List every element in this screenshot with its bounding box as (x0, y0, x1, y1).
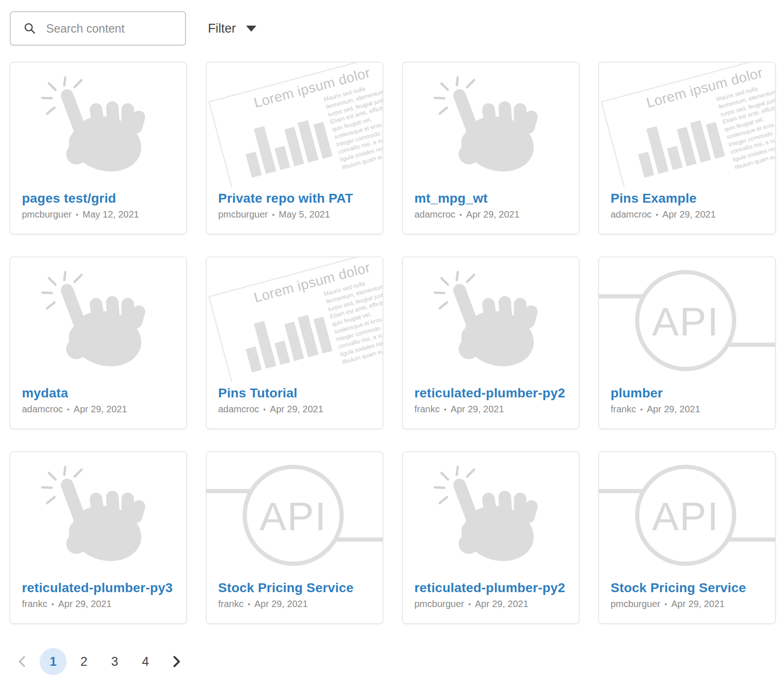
card-title-link[interactable]: Pins Tutorial (218, 386, 297, 401)
card-title-link[interactable]: Stock Pricing Service (611, 581, 746, 595)
card-thumbnail (10, 257, 186, 382)
card-meta: adamcroc • Apr 29, 2021 (611, 209, 763, 220)
card-author: adamcroc (218, 404, 259, 415)
search-input[interactable] (45, 21, 166, 36)
card-title-link[interactable]: Stock Pricing Service (218, 581, 354, 595)
content-card[interactable]: mydata adamcroc • Apr 29, 2021 (10, 257, 187, 429)
page-button-4[interactable]: 4 (132, 648, 159, 675)
svg-text:API: API (260, 494, 327, 539)
api-icon: API (206, 452, 383, 577)
card-thumbnail (403, 257, 579, 382)
card-title-link[interactable]: plumber (611, 386, 663, 401)
page-button-1[interactable]: 1 (40, 648, 67, 675)
card-date: Apr 29, 2021 (254, 599, 308, 609)
card-date: Apr 29, 2021 (475, 599, 529, 609)
card-thumbnail: Lorem ipsum dolor Mauris sed nulla ferme… (599, 62, 775, 187)
meta-separator: • (272, 211, 275, 218)
card-author: adamcroc (611, 209, 652, 220)
card-date: Apr 29, 2021 (466, 209, 520, 220)
card-author: frankc (218, 599, 243, 609)
meta-separator: • (67, 406, 69, 413)
meta-separator: • (51, 601, 54, 608)
card-date: Apr 29, 2021 (58, 599, 112, 609)
page-button-2[interactable]: 2 (70, 648, 97, 675)
content-card[interactable]: API plumber frankc • Apr 29, 2021 (598, 257, 776, 429)
content-card[interactable]: API Stock Pricing Service frankc • Apr 2… (206, 451, 383, 624)
card-title-link[interactable]: Private repo with PAT (218, 191, 353, 206)
card-date: Apr 29, 2021 (662, 209, 716, 220)
card-author: adamcroc (414, 209, 455, 220)
next-page-button[interactable] (163, 648, 190, 675)
card-thumbnail (403, 452, 579, 577)
content-grid: pages test/grid pmcburguer • May 12, 202… (10, 62, 774, 624)
card-title-link[interactable]: reticulated-plumber-py2 (414, 581, 565, 595)
search-icon (24, 22, 36, 34)
card-thumbnail: API (599, 257, 775, 382)
document-placeholder-icon: Lorem ipsum dolor Mauris sed nulla ferme… (208, 62, 383, 187)
doc-placeholder-barchart (234, 292, 333, 373)
content-card[interactable]: Lorem ipsum dolor Mauris sed nulla ferme… (206, 257, 383, 429)
doc-placeholder-barchart (234, 97, 333, 178)
card-meta: pmcburguer • Apr 29, 2021 (611, 599, 763, 609)
card-thumbnail: API (599, 452, 775, 577)
chevron-down-icon (246, 26, 256, 32)
card-meta: frankc • Apr 29, 2021 (22, 599, 175, 609)
card-meta: pmcburguer • Apr 29, 2021 (414, 599, 567, 609)
card-thumbnail: Lorem ipsum dolor Mauris sed nulla ferme… (206, 62, 383, 187)
card-author: frankc (414, 404, 440, 415)
card-meta: frankc • Apr 29, 2021 (414, 404, 567, 415)
meta-separator: • (665, 601, 667, 608)
previous-page-button[interactable] (9, 648, 36, 675)
api-icon: API (599, 257, 775, 382)
meta-separator: • (444, 406, 446, 413)
api-icon: API (599, 452, 775, 577)
content-card[interactable]: reticulated-plumber-py3 frankc • Apr 29,… (10, 451, 187, 624)
search-box[interactable] (10, 11, 186, 46)
svg-text:API: API (652, 494, 720, 539)
content-card[interactable]: Lorem ipsum dolor Mauris sed nulla ferme… (206, 62, 383, 234)
content-card[interactable]: API Stock Pricing Service pmcburguer • A… (598, 451, 776, 624)
content-card[interactable]: reticulated-plumber-py2 pmcburguer • Apr… (402, 451, 579, 624)
meta-separator: • (656, 211, 658, 218)
click-gesture-icon (433, 76, 549, 174)
meta-separator: • (640, 406, 642, 413)
card-thumbnail (10, 62, 186, 187)
filter-button[interactable]: Filter (208, 21, 256, 36)
card-title-link[interactable]: reticulated-plumber-py3 (22, 581, 173, 595)
card-date: May 12, 2021 (83, 209, 139, 220)
card-author: pmcburguer (414, 599, 464, 609)
doc-placeholder-barchart (626, 97, 725, 178)
svg-text:API: API (652, 299, 720, 344)
chevron-right-icon (171, 655, 181, 668)
card-title-link[interactable]: mydata (22, 386, 68, 401)
card-author: frankc (611, 404, 636, 415)
document-placeholder-icon: Lorem ipsum dolor Mauris sed nulla ferme… (601, 62, 775, 187)
card-title-link[interactable]: pages test/grid (22, 191, 116, 206)
card-meta: pmcburguer • May 12, 2021 (22, 209, 175, 220)
card-meta: frankc • Apr 29, 2021 (611, 404, 763, 415)
click-gesture-icon (40, 76, 157, 174)
card-date: Apr 29, 2021 (647, 404, 701, 415)
click-gesture-icon (40, 465, 157, 563)
click-gesture-icon (40, 271, 157, 369)
document-placeholder-icon: Lorem ipsum dolor Mauris sed nulla ferme… (208, 257, 383, 382)
card-title-link[interactable]: reticulated-plumber-py2 (414, 386, 565, 401)
card-date: Apr 29, 2021 (74, 404, 127, 415)
card-date: May 5, 2021 (279, 209, 330, 220)
card-title-link[interactable]: mt_mpg_wt (414, 191, 488, 206)
card-meta: pmcburguer • May 5, 2021 (218, 209, 371, 220)
card-thumbnail (403, 62, 579, 187)
meta-separator: • (248, 601, 250, 608)
page-button-3[interactable]: 3 (101, 648, 128, 675)
toolbar: Filter (10, 11, 784, 46)
card-date: Apr 29, 2021 (451, 404, 504, 415)
card-meta: adamcroc • Apr 29, 2021 (22, 404, 175, 415)
card-author: pmcburguer (22, 209, 72, 220)
content-card[interactable]: reticulated-plumber-py2 frankc • Apr 29,… (402, 257, 579, 429)
meta-separator: • (468, 601, 471, 608)
content-card[interactable]: Lorem ipsum dolor Mauris sed nulla ferme… (598, 62, 776, 234)
meta-separator: • (460, 211, 462, 218)
card-title-link[interactable]: Pins Example (611, 191, 696, 206)
content-card[interactable]: pages test/grid pmcburguer • May 12, 202… (10, 62, 187, 234)
content-card[interactable]: mt_mpg_wt adamcroc • Apr 29, 2021 (402, 62, 579, 234)
